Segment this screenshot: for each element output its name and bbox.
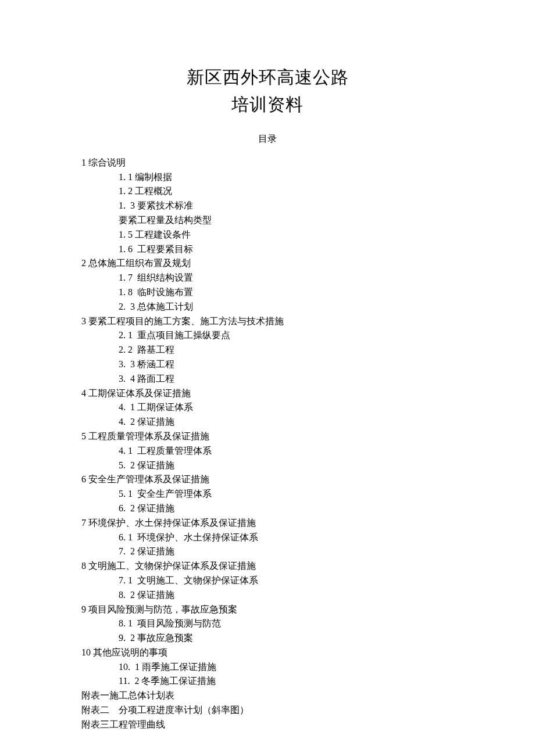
toc-entry: 附表二 分项工程进度率计划（斜率图） xyxy=(81,703,454,718)
toc-entry: 5 工程质量管理体系及保证措施 xyxy=(81,429,454,444)
toc-entry: 1. 5 工程建设条件 xyxy=(119,228,454,242)
toc-entry: 8. 1 项目风险预测与防范 xyxy=(119,617,454,631)
toc-entry: 1. 7 组织结构设置 xyxy=(119,271,454,285)
toc-entry: 8. 2 保证措施 xyxy=(119,588,454,603)
title-line-2: 培训资料 xyxy=(81,91,454,119)
toc-entry: 2 总体施工组织布置及规划 xyxy=(81,256,454,271)
toc-entry: 7. 2 保证措施 xyxy=(119,544,454,559)
toc-entry: 1. 3 要紧技术标准 xyxy=(119,199,454,213)
toc-entry: 4. 1 工程质量管理体系 xyxy=(119,444,454,458)
toc-entry: 3 要紧工程项目的施工方案、施工方法与技术措施 xyxy=(81,314,454,329)
toc-entry: 1. 8 临时设施布置 xyxy=(119,285,454,300)
toc-entry: 6. 1 环境保护、水土保持保证体系 xyxy=(119,531,454,545)
toc-entry: 1. 2 工程概况 xyxy=(119,184,454,199)
toc-entry: 2. 2 路基工程 xyxy=(119,343,454,357)
toc-entry: 6. 2 保证措施 xyxy=(119,501,454,516)
toc-entry: 3. 3 桥涵工程 xyxy=(119,357,454,372)
toc-entry: 10. 1 雨季施工保证措施 xyxy=(119,660,454,675)
title-line-1: 新区西外环高速公路 xyxy=(81,64,454,91)
toc-entry: 6 安全生产管理体系及保证措施 xyxy=(81,472,454,487)
toc-entry: 4. 1 工期保证体系 xyxy=(119,400,454,415)
toc-entry: 1. 1 编制根据 xyxy=(119,170,454,185)
toc-entry: 2. 3 总体施工计划 xyxy=(119,300,454,314)
document-title-block: 新区西外环高速公路 培训资料 xyxy=(81,64,454,118)
toc-entry: 5. 1 安全生产管理体系 xyxy=(119,487,454,501)
toc-entry: 9 项目风险预测与防范，事故应急预案 xyxy=(81,603,454,617)
toc-entry: 要紧工程量及结构类型 xyxy=(119,213,454,228)
toc-entry: 1 综合说明 xyxy=(81,156,454,170)
toc-entry: 1. 6 工程要紧目标 xyxy=(119,242,454,257)
toc-entry: 4. 2 保证措施 xyxy=(119,415,454,429)
toc-entry: 5. 2 保证措施 xyxy=(119,458,454,473)
toc-entry: 8 文明施工、文物保护保证体系及保证措施 xyxy=(81,559,454,574)
table-of-contents: 1 综合说明1. 1 编制根据1. 2 工程概况1. 3 要紧技术标准要紧工程量… xyxy=(81,156,454,732)
toc-entry: 附表三工程管理曲线 xyxy=(81,718,454,732)
toc-entry: 3. 4 路面工程 xyxy=(119,372,454,386)
toc-label: 目录 xyxy=(81,132,454,146)
toc-entry: 9. 2 事故应急预案 xyxy=(119,631,454,646)
toc-entry: 附表一施工总体计划表 xyxy=(81,689,454,703)
toc-entry: 10 其他应说明的事项 xyxy=(81,646,454,660)
toc-entry: 11. 2 冬季施工保证措施 xyxy=(119,674,454,689)
toc-entry: 7 环境保护、水土保持保证体系及保证措施 xyxy=(81,516,454,531)
toc-entry: 7. 1 文明施工、文物保护保证体系 xyxy=(119,574,454,588)
toc-entry: 4 工期保证体系及保证措施 xyxy=(81,386,454,401)
toc-entry: 2. 1 重点项目施工操纵要点 xyxy=(119,328,454,343)
